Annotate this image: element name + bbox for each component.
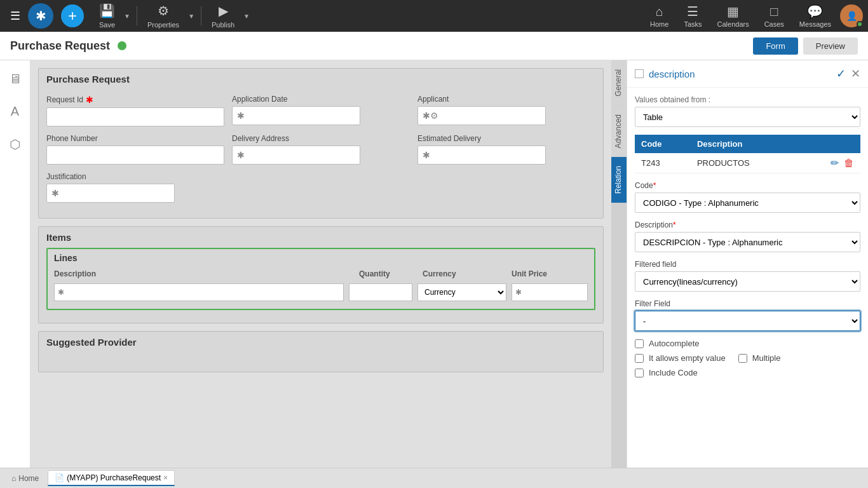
sidebar-icon-component[interactable]: ⬡ — [6, 133, 24, 156]
myapp-tab[interactable]: 📄 (MYAPP) PurchaseRequest × — [48, 470, 175, 486]
form-and-tabs: Purchase Request Request Id ✱ Applicatio… — [31, 60, 627, 468]
sidebar-icon-text[interactable]: A — [7, 100, 23, 123]
rp-close-icon[interactable]: ✕ — [851, 67, 860, 81]
filtered-field-select[interactable]: Currency(lineas/currency) — [635, 271, 860, 292]
required-icon: ✱ — [86, 95, 93, 105]
field-application-date: Application Date ✱ — [232, 95, 410, 126]
tab-general[interactable]: General — [611, 60, 627, 105]
cases-icon: □ — [770, 4, 778, 19]
td-description: PRODUCTOS — [691, 153, 800, 173]
edit-row-icon[interactable]: ✏ — [831, 158, 839, 168]
properties-label: Properties — [147, 21, 179, 29]
allows-empty-label: It allows empty value — [649, 353, 726, 363]
asterisk-icon-2: ✱⚙ — [423, 111, 438, 121]
row-3: Justification ✱ — [46, 172, 595, 203]
logo-icon: ✱ — [28, 3, 53, 29]
multiple-checkbox[interactable] — [738, 354, 747, 363]
application-date-input[interactable] — [232, 106, 360, 125]
save-action[interactable]: 💾 Save — [94, 1, 120, 31]
allows-empty-checkbox[interactable] — [635, 354, 644, 363]
properties-action[interactable]: ⚙ Properties — [142, 1, 184, 31]
myapp-tab-label: (MYAPP) PurchaseRequest — [67, 473, 161, 482]
add-button[interactable]: + — [61, 4, 84, 27]
filtered-field-group: Filtered field Currency(lineas/currency) — [635, 260, 860, 292]
filter-field-select[interactable]: - — [635, 311, 860, 331]
justification-label: Justification — [46, 172, 595, 181]
unit-price-field-wrap: ✱ — [512, 283, 588, 301]
home-bottom-icon: ⌂ — [11, 474, 16, 483]
right-panel-header: description ✓ ✕ — [627, 60, 868, 88]
calendars-icon: ▦ — [727, 4, 739, 19]
messages-nav-label: Messages — [799, 20, 831, 28]
autocomplete-checkbox[interactable] — [635, 339, 644, 348]
properties-arrow[interactable]: ▼ — [187, 13, 196, 20]
delivery-address-label: Delivery Address — [232, 134, 410, 143]
save-arrow[interactable]: ▼ — [123, 13, 132, 20]
code-field-group: Code* CODIGO - Type : Alphanumeric — [635, 181, 860, 213]
home-bottom-tab[interactable]: ⌂ Home — [5, 471, 45, 485]
checkbox-inline-row: It allows empty value Multiple — [635, 353, 860, 363]
rp-checkboxes: Autocomplete It allows empty value Multi… — [635, 339, 860, 377]
filtered-field-label: Filtered field — [635, 260, 860, 269]
estimated-delivery-input[interactable] — [417, 146, 546, 165]
phone-number-input[interactable] — [46, 146, 224, 165]
lines-description-input[interactable] — [54, 283, 344, 301]
purchase-request-title: Purchase Request — [39, 69, 603, 90]
filter-field-label: Filter Field — [635, 299, 860, 308]
items-spacer — [39, 318, 603, 323]
items-section: Items Lines Description Quantity Currenc… — [38, 226, 604, 323]
sidebar-icon-monitor[interactable]: 🖥 — [5, 68, 25, 90]
user-avatar[interactable]: 👤 — [840, 4, 863, 27]
delete-row-icon[interactable]: 🗑 — [844, 158, 854, 168]
publish-action[interactable]: ▶ Publish — [207, 1, 240, 31]
calendars-nav-item[interactable]: ▦ Calendars — [711, 1, 756, 30]
form-view-button[interactable]: Form — [753, 37, 797, 55]
applicant-label: Applicant — [417, 95, 595, 104]
phone-number-label: Phone Number — [46, 134, 224, 143]
row-asterisk-2: ✱ — [515, 288, 522, 297]
rp-confirm-icon[interactable]: ✓ — [836, 67, 846, 81]
rp-header-checkbox[interactable] — [635, 69, 644, 78]
currency-select[interactable]: Currency — [417, 283, 506, 301]
hamburger-menu[interactable]: ☰ — [5, 4, 25, 28]
preview-view-button[interactable]: Preview — [803, 37, 858, 55]
field-estimated-delivery: Estimated Delivery ✱ — [417, 134, 595, 165]
justification-input[interactable] — [46, 184, 175, 203]
messages-nav-item[interactable]: 💬 Messages — [793, 1, 837, 30]
cases-nav-label: Cases — [764, 20, 784, 28]
lines-title: Lines — [48, 249, 594, 267]
lines-table-header: Description Quantity Currency Unit Price — [48, 267, 594, 281]
quantity-field-wrap — [349, 283, 412, 301]
td-code: T243 — [635, 153, 691, 173]
th-code: Code — [635, 135, 691, 153]
home-icon: ⌂ — [656, 4, 663, 19]
save-icon: 💾 — [99, 3, 115, 18]
td-actions: ✏ 🗑 — [800, 153, 860, 173]
asterisk-icon-4: ✱ — [423, 150, 430, 160]
asterisk-icon-3: ✱ — [237, 150, 245, 160]
home-nav-item[interactable]: ⌂ Home — [644, 2, 675, 30]
delivery-address-input[interactable] — [232, 146, 360, 165]
myapp-tab-close[interactable]: × — [163, 473, 168, 482]
include-code-checkbox[interactable] — [635, 369, 644, 377]
col-description: Description — [54, 269, 359, 278]
application-date-label: Application Date — [232, 95, 410, 104]
publish-arrow[interactable]: ▼ — [242, 13, 251, 20]
request-id-input[interactable] — [46, 107, 224, 126]
tab-relation[interactable]: Relation — [611, 157, 627, 203]
tasks-nav-item[interactable]: ☰ Tasks — [677, 1, 708, 30]
field-request-id: Request Id ✱ — [46, 95, 224, 126]
code-select[interactable]: CODIGO - Type : Alphanumeric — [635, 193, 860, 213]
lines-unit-price-input[interactable] — [512, 283, 588, 301]
cases-nav-item[interactable]: □ Cases — [758, 2, 790, 30]
left-sidebar: 🖥 A ⬡ — [0, 60, 31, 468]
tab-advanced[interactable]: Advanced — [611, 105, 627, 157]
items-title: Items — [39, 227, 603, 248]
tasks-icon: ☰ — [687, 4, 698, 19]
lines-quantity-input[interactable] — [349, 283, 412, 301]
justification-field-wrap: ✱ — [46, 184, 595, 203]
values-obtained-select[interactable]: Table Query Static — [635, 107, 860, 127]
side-tabs: General Advanced Relation — [611, 60, 627, 468]
description-select[interactable]: DESCRIPCION - Type : Alphanumeric — [635, 232, 860, 252]
table-header-row: Code Description — [635, 135, 860, 153]
